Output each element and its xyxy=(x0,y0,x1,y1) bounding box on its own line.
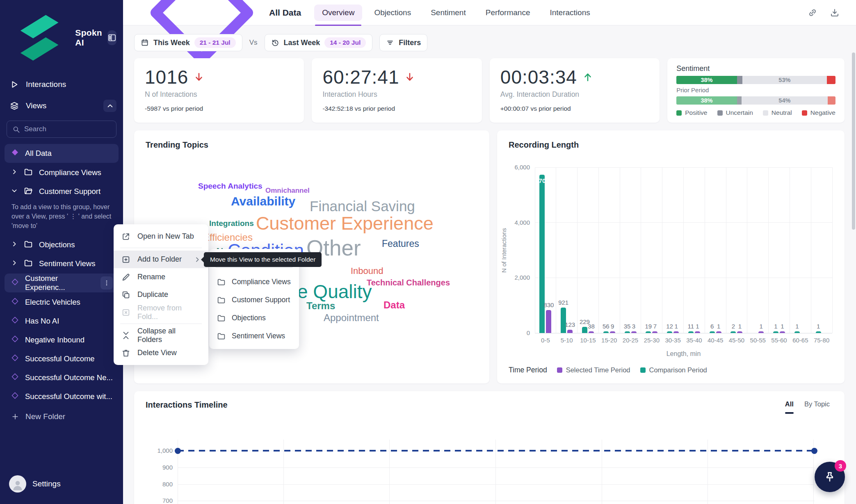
cloud-word-terms[interactable]: Terms xyxy=(306,300,335,312)
tooltip-text: Move this View to the selected Folder xyxy=(210,256,315,263)
menu-item-rename[interactable]: Rename xyxy=(114,268,208,286)
search-input[interactable] xyxy=(24,125,111,133)
bar-selected-55-60 xyxy=(780,331,785,333)
copy-link-icon[interactable] xyxy=(808,8,817,18)
tab-sentiment[interactable]: Sentiment xyxy=(423,5,474,21)
sidebar-item-has-no-ai[interactable]: Has No AI xyxy=(0,312,123,331)
folder-label: Customer Support xyxy=(232,296,290,304)
menu-divider xyxy=(120,324,202,324)
sidebar-item-negative-inbound[interactable]: Negative Inbound xyxy=(0,331,123,349)
menu-item-add-to-folder[interactable]: Add to Folder xyxy=(114,251,208,268)
chevron-right-icon[interactable] xyxy=(11,168,18,177)
sentiment-bar-current: 38%53% xyxy=(676,76,835,84)
submenu-folder-compliance-views[interactable]: Compliance Views xyxy=(214,273,294,291)
sidebar-item-compliance-views[interactable]: Compliance Views xyxy=(0,163,123,182)
bar-comparison-20-25 xyxy=(625,331,630,333)
bar-selected-35-40 xyxy=(695,331,700,333)
cloud-word-features[interactable]: Features xyxy=(382,238,419,249)
y-tick-label: 6,000 xyxy=(497,164,530,171)
cloud-word-appointment[interactable]: Appointment xyxy=(324,312,379,324)
menu-item-label: Rename xyxy=(137,273,165,281)
legend-swatch xyxy=(717,110,723,116)
vertical-scrollbar[interactable] xyxy=(852,52,855,230)
cloud-word-omnichannel[interactable]: Omnichannel xyxy=(265,187,310,195)
gridline-x xyxy=(598,167,599,333)
timeline-tab-all[interactable]: All xyxy=(785,400,794,411)
submenu-folder-sentiment-views[interactable]: Sentiment Views xyxy=(214,327,294,345)
sentiment-segment-neutral: 54% xyxy=(742,96,827,105)
sidebar-item-views[interactable]: Views xyxy=(0,94,123,117)
chevron-up-icon[interactable] xyxy=(103,100,116,112)
sidebar-item-all-data[interactable]: All Data xyxy=(5,144,119,163)
gridline-x xyxy=(577,167,578,333)
recording-plot: 7083092112322938569353197121111612111111 xyxy=(535,167,832,333)
bar-comparison-25-30 xyxy=(646,331,651,333)
sidebar-item-interactions[interactable]: Interactions xyxy=(0,75,123,94)
tab-objections[interactable]: Objections xyxy=(366,5,419,21)
cloud-word-e-quality[interactable]: e Quality xyxy=(297,281,372,303)
sidebar-item-label: All Data xyxy=(25,149,52,158)
context-menu: Open in New TabAdd to FolderRenameDuplic… xyxy=(114,224,208,365)
diamond-filled-icon xyxy=(11,148,19,158)
sidebar-item-successful-outcome[interactable]: Successful Outcome xyxy=(0,349,123,368)
cloud-word-integrations[interactable]: Integrations xyxy=(209,219,254,228)
download-icon[interactable] xyxy=(830,8,840,18)
sidebar-item-objections[interactable]: Objections xyxy=(0,235,123,254)
cloud-word-inbound[interactable]: Inbound xyxy=(351,266,383,276)
cloud-word-speech-analytics[interactable]: Speech Analytics xyxy=(198,182,263,191)
chevron-down-icon[interactable] xyxy=(11,187,18,196)
menu-item-duplicate[interactable]: Duplicate xyxy=(114,286,208,303)
settings-row[interactable]: Settings xyxy=(0,469,123,504)
sidebar-item-successful-outcome-ne[interactable]: Successful Outcome Ne... xyxy=(0,368,123,387)
menu-item-delete-view[interactable]: Delete View xyxy=(114,344,208,362)
menu-item-label: Add to Folder xyxy=(137,255,182,264)
cloud-word-customer-experience[interactable]: Customer Experience xyxy=(256,213,434,234)
bar-label: 1 xyxy=(810,323,827,330)
fab-badge: 3 xyxy=(835,460,846,472)
cloud-word-data[interactable]: Data xyxy=(383,299,405,311)
diamond-outline-icon xyxy=(11,373,19,383)
recording-length-card: Recording Length 70830921123229385693531… xyxy=(497,130,845,383)
sidebar-item-sentiment-views[interactable]: Sentiment Views xyxy=(0,254,123,273)
trend-down-icon xyxy=(404,72,415,82)
kebab-menu-icon[interactable] xyxy=(100,276,113,290)
sentiment-legend: PositiveUncertainNeutralNegative xyxy=(676,109,835,116)
sidebar-search[interactable] xyxy=(7,121,116,138)
sidebar-collapse-button[interactable] xyxy=(107,30,116,45)
tooltip: Move this View to the selected Folder xyxy=(204,252,322,267)
bar-comparison-55-60 xyxy=(773,331,778,333)
sidebar-item-successful-outcome-wit[interactable]: Successful Outcome wit... xyxy=(0,387,123,406)
submenu-folder-objections[interactable]: Objections xyxy=(214,309,294,327)
cloud-word-financial-saving[interactable]: Financial Saving xyxy=(310,198,415,214)
kpi-delta: +00:00:07 vs prior period xyxy=(500,105,649,112)
pin-fab-button[interactable]: 3 xyxy=(815,462,845,492)
sidebar-item-label: Compliance Views xyxy=(39,168,101,177)
chevron-right-icon[interactable] xyxy=(11,259,18,268)
kpi-row: 1016N of Interactions-5987 vs prior peri… xyxy=(134,58,845,123)
submenu-folder-customer-support[interactable]: Customer Support xyxy=(214,291,294,309)
filters-button[interactable]: Filters xyxy=(379,34,427,51)
chevron-right-icon[interactable] xyxy=(11,240,18,249)
primary-period-button[interactable]: This Week 21 - 21 Jul xyxy=(134,34,242,51)
comparison-period-button[interactable]: Last Week 14 - 20 Jul xyxy=(265,34,373,51)
sidebar-item-customer-experienc[interactable]: Customer Experienc... xyxy=(5,274,119,292)
timeline-tab-by-topic[interactable]: By Topic xyxy=(804,400,830,411)
cloud-word-technical-challenges[interactable]: Technical Challenges xyxy=(367,278,450,287)
new-folder-button[interactable]: New Folder xyxy=(0,406,123,427)
sidebar-item-customer-support[interactable]: Customer Support xyxy=(0,182,123,201)
cloud-word-availability[interactable]: Availability xyxy=(231,194,295,208)
gridline-x xyxy=(768,167,769,333)
tab-interactions[interactable]: Interactions xyxy=(542,5,598,21)
sidebar-item-electric-vehicles[interactable]: Electric Vehicles xyxy=(0,293,123,312)
diamond-outline-icon xyxy=(11,354,19,364)
kpi-card-interaction-hours: 60:27:41Interaction Hours-342:52:18 vs p… xyxy=(312,58,482,123)
menu-item-open-in-new-tab[interactable]: Open in New Tab xyxy=(114,228,208,245)
filters-label: Filters xyxy=(399,39,421,47)
tab-overview[interactable]: Overview xyxy=(314,5,362,21)
filter-icon xyxy=(386,39,394,47)
menu-item-collapse-all-folders[interactable]: Collapse all Folders xyxy=(114,326,208,344)
diamond-outline-icon xyxy=(11,335,19,345)
x-tick-label: 55-60 xyxy=(769,337,790,344)
legend-label: Negative xyxy=(810,109,835,116)
tab-performance[interactable]: Performance xyxy=(478,5,538,21)
